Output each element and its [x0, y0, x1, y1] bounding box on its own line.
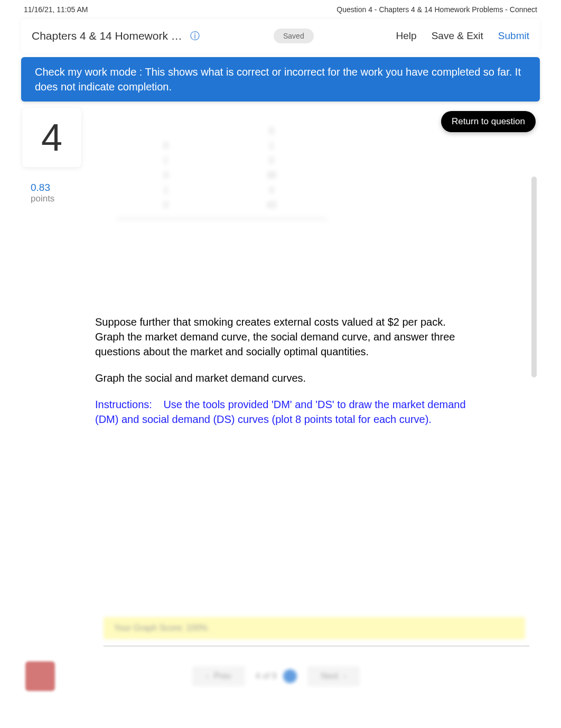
question-number-box: 4 [22, 108, 81, 167]
problem-paragraph-1: Suppose further that smoking creates ext… [95, 315, 470, 359]
banner-text: Check my work mode : This shows what is … [35, 66, 521, 93]
next-label: Next [321, 671, 339, 681]
return-to-question-button[interactable]: Return to question [441, 111, 536, 132]
points-label: points [31, 193, 85, 204]
graph-score-bar: Your Graph Score: 100% [104, 617, 525, 639]
prev-label: Prev [214, 671, 231, 681]
info-icon[interactable]: ⓘ [190, 30, 200, 42]
question-number: 4 [41, 116, 62, 159]
prev-button[interactable]: ‹ Prev [192, 666, 245, 686]
content-divider [104, 646, 529, 647]
table-cell: 30 [216, 168, 328, 183]
question-nav: ‹ Prev 4 of 9 Next › [192, 666, 360, 686]
saved-badge: Saved [274, 29, 314, 43]
submit-link[interactable]: Submit [498, 30, 529, 42]
nav-position: 4 of 9 [256, 671, 277, 681]
next-button[interactable]: Next › [307, 666, 360, 686]
ebook-icon[interactable] [25, 661, 55, 691]
graph-score-text: Your Graph Score: 100% [114, 623, 208, 632]
chevron-right-icon: › [344, 672, 347, 680]
problem-paragraph-2: Graph the social and market demand curve… [95, 371, 470, 385]
save-exit-link[interactable]: Save & Exit [432, 30, 483, 42]
table-cell: 4 [216, 183, 328, 198]
question-sidebar: 4 0.83 points [21, 108, 85, 647]
question-content: Return to question 8 61 10 030 14 043 Su… [85, 108, 540, 647]
scrollbar[interactable] [531, 177, 537, 377]
question-badge-icon[interactable] [283, 669, 297, 683]
instructions-label: Instructions: [95, 399, 152, 410]
mode-banner: Check my work mode : This shows what is … [21, 57, 540, 102]
table-cell: 0 [216, 153, 328, 168]
page-title: Question 4 - Chapters 4 & 14 Homework Pr… [336, 5, 537, 14]
table-cell: 8 [216, 124, 328, 139]
top-bar: Chapters 4 & 14 Homework Pro… ⓘ Saved He… [21, 19, 540, 53]
table-cell: 6 [116, 139, 216, 153]
instructions-paragraph: Instructions: Use the tools provided 'DM… [95, 397, 470, 427]
points-value: 0.83 [31, 182, 85, 193]
chevron-left-icon: ‹ [206, 672, 209, 680]
table-cell: 43 [216, 198, 328, 213]
table-cell: 0 [116, 198, 216, 213]
assignment-title: Chapters 4 & 14 Homework Pro… [32, 30, 185, 42]
table-cell: 1 [116, 153, 216, 168]
table-cell [116, 124, 216, 139]
data-table-blurred: 8 61 10 030 14 043 [116, 124, 328, 219]
table-cell: 0 [116, 168, 216, 183]
help-link[interactable]: Help [396, 30, 417, 42]
page-timestamp: 11/16/21, 11:05 AM [24, 5, 88, 14]
table-cell: 1 [116, 183, 216, 198]
table-cell: 1 [216, 139, 328, 153]
